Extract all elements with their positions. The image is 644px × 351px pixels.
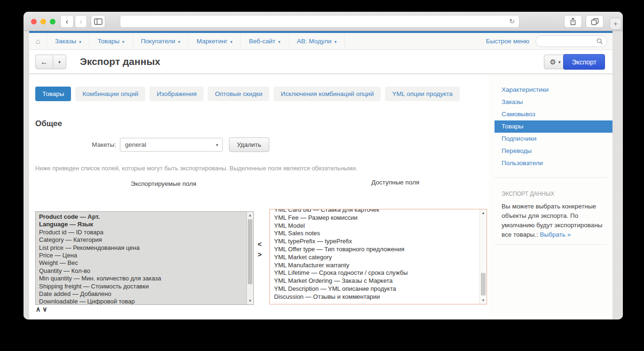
refresh-icon[interactable]: ↻	[509, 17, 515, 25]
list-item[interactable]: Price — Цена	[39, 252, 243, 259]
tab[interactable]: Исключения комбинаций опций	[274, 87, 381, 101]
exported-fields-listbox[interactable]: Product code — Арт. Language — Язык Prod…	[35, 211, 254, 305]
list-item[interactable]: Quantity — Кол-во	[39, 267, 243, 275]
admin-page: ⌂ Заказы ▾ Товары ▾	[29, 31, 613, 319]
back-button[interactable]: ‹	[60, 15, 74, 28]
list-item[interactable]: Min quantity — Мин. количество для заказ…	[39, 275, 243, 282]
tab-label: Изображения	[157, 90, 196, 97]
tab[interactable]: Изображения	[149, 87, 204, 101]
zoom-window-button[interactable]	[50, 19, 55, 24]
fields-hint-text: Ниже приведен список полей, которые могу…	[35, 165, 358, 172]
list-item[interactable]: Product code — Арт.	[39, 213, 243, 221]
list-item[interactable]: YML Description — YML описание продукта	[274, 285, 476, 293]
move-to-exported-button[interactable]: <	[258, 240, 262, 248]
chevron-down-icon: ▾	[122, 40, 125, 44]
sidebar-divider	[495, 244, 607, 245]
tab-bar: Товары Комбинации опций Изображения Опто…	[35, 87, 460, 101]
nav-menu-item[interactable]: Веб-сайт ▾	[241, 33, 289, 49]
list-item[interactable]: Language — Язык	[39, 221, 243, 228]
chevron-down-icon: ▾	[278, 40, 281, 44]
list-item[interactable]: YML Sales notes	[274, 230, 476, 238]
back-chevron-icon: ‹	[66, 17, 69, 26]
scroll-down-icon[interactable]: ▼	[480, 298, 487, 303]
tab[interactable]: Комбинации опций	[75, 87, 145, 101]
new-tab-button[interactable]: +	[610, 18, 621, 30]
browser-viewport: ⌂ Заказы ▾ Товары ▾	[24, 31, 623, 319]
list-item[interactable]: YML Market category	[274, 254, 476, 262]
list-item[interactable]: Discussion — Отзывы и комментарии	[274, 293, 476, 301]
layouts-select[interactable]: general ▾	[120, 138, 223, 152]
list-item[interactable]: YML Manufacturer warranty	[274, 262, 476, 270]
scrollbar-thumb[interactable]	[481, 273, 486, 295]
nav-menu-item-label: Покупатели	[141, 38, 175, 45]
tab[interactable]: YML опции продукта	[385, 87, 460, 101]
scroll-down-icon[interactable]: ▼	[247, 299, 253, 303]
list-item[interactable]: Product id — ID товара	[39, 229, 243, 236]
list-item[interactable]: YML Card bid — Ставка для карточек	[274, 209, 476, 214]
sidebar-toggle-button[interactable]	[91, 15, 105, 28]
list-item[interactable]: List price — Рекомендованная цена	[39, 244, 243, 252]
list-item[interactable]: YML Fee — Размер комиссии	[274, 214, 476, 222]
nav-menu-item[interactable]: Маркетинг ▾	[188, 33, 241, 49]
layouts-select-value: general	[125, 141, 146, 148]
sidebar-item[interactable]: Товары	[495, 120, 613, 133]
nav-menu: Заказы ▾ Товары ▾ Покупатели ▾	[47, 33, 345, 49]
nav-menu-item[interactable]: Заказы ▾	[47, 33, 90, 49]
available-fields-listbox[interactable]: YML Card bid — Ставка для карточек YML F…	[269, 209, 487, 304]
share-button[interactable]	[564, 15, 582, 28]
sidebar-item[interactable]: Подписчики	[495, 133, 613, 145]
move-up-button[interactable]: ∧	[36, 305, 40, 313]
tab-label: Оптовые скидки	[215, 90, 262, 97]
close-window-button[interactable]	[31, 19, 37, 24]
scroll-up-icon[interactable]: ▲	[247, 213, 253, 217]
nav-menu-item[interactable]: АВ: Модули ▾	[289, 33, 345, 49]
list-item[interactable]: YML Lifetime — Срока годности / срока сл…	[274, 269, 476, 277]
chevron-down-icon: ▾	[79, 40, 81, 44]
address-bar[interactable]: ↻	[120, 15, 519, 28]
scrollbar[interactable]: ▲ ▼	[479, 209, 487, 304]
list-item[interactable]: Category — Категория	[39, 236, 243, 244]
home-nav-button[interactable]: ⌂	[29, 33, 47, 49]
nav-menu-item-label: Товары	[98, 38, 119, 45]
list-item[interactable]: YML Model	[274, 222, 476, 230]
forward-button[interactable]: ›	[75, 15, 87, 28]
list-item[interactable]: YML typePrefix — typePrefix	[274, 238, 476, 246]
go-back-button[interactable]: ←	[36, 55, 53, 69]
tab-label: Товары	[42, 90, 64, 97]
tab-overview-button[interactable]	[586, 15, 604, 28]
forward-chevron-icon: ›	[79, 17, 82, 26]
tab[interactable]: Оптовые скидки	[208, 87, 269, 101]
move-down-button[interactable]: ∨	[42, 305, 47, 313]
sidebar-item[interactable]: Самовывоз	[495, 108, 613, 120]
scroll-up-icon[interactable]: ▲	[480, 211, 487, 215]
choose-objects-link[interactable]: Выбрать »	[540, 231, 571, 238]
chevron-down-icon: ▾	[230, 40, 233, 44]
minimize-window-button[interactable]	[40, 19, 46, 24]
nav-menu-item-label: Веб-сайт	[249, 38, 275, 45]
layouts-label: Макеты:	[35, 141, 116, 148]
sidebar-item[interactable]: Характеристики	[495, 84, 613, 96]
list-item[interactable]: YML Offer type — Тип товарного предложен…	[274, 246, 476, 254]
back-dropdown-button[interactable]: ▾	[53, 55, 66, 69]
list-item[interactable]: Downloadable — Цифровой товар	[39, 298, 243, 305]
sidebar-item[interactable]: Переводы	[495, 145, 613, 157]
list-item[interactable]: Weight — Вес	[39, 259, 243, 267]
tab[interactable]: Товары	[35, 87, 71, 101]
delete-layout-button[interactable]: Удалить	[229, 137, 269, 152]
list-item[interactable]: YML Market Ordering — Заказы с Маркета	[274, 277, 476, 285]
sidebar-item[interactable]: Пользователи	[495, 157, 613, 169]
nav-menu-item[interactable]: Товары ▾	[90, 33, 133, 49]
list-item[interactable]: Shipping freight — Стоимость доставки	[39, 283, 243, 290]
chevron-down-icon: ▾	[58, 60, 61, 64]
search-icon	[597, 38, 603, 45]
browser-titlebar: ‹ › ↻ +	[24, 12, 623, 31]
nav-menu-item[interactable]: Покупатели ▾	[133, 33, 189, 49]
move-to-available-button[interactable]: >	[258, 250, 262, 258]
search-input[interactable]	[535, 35, 607, 47]
scrollbar[interactable]: ▲ ▼	[246, 212, 253, 304]
quick-menu-link[interactable]: Быстрое меню	[486, 38, 529, 45]
sidebar-item[interactable]: Заказы	[495, 96, 613, 108]
list-item[interactable]: Date added — Добавлено	[39, 290, 243, 298]
export-button[interactable]: Экспорт	[563, 54, 605, 70]
scrollbar-thumb[interactable]	[248, 219, 252, 284]
